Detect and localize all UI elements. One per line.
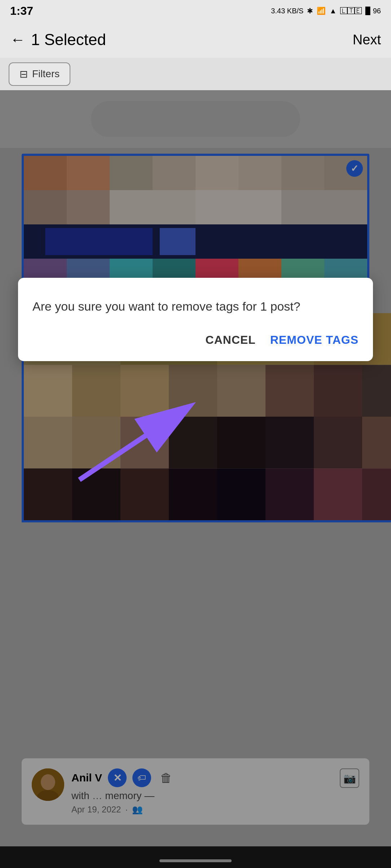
status-icons: 3.43 KB/S ✱ 📶 ▲ 🄻🅃🄴 ▉ 96 xyxy=(271,6,381,15)
filter-bar: ⊟ Filters xyxy=(0,58,391,90)
battery-icon: ▉ 96 xyxy=(365,6,381,15)
bottom-nav-bar xyxy=(0,846,391,868)
cancel-button[interactable]: CANCEL xyxy=(206,333,256,347)
home-indicator[interactable] xyxy=(159,859,232,862)
dialog-buttons: CANCEL REMOVE TAGS xyxy=(32,333,359,347)
remove-tags-button[interactable]: REMOVE TAGS xyxy=(270,333,359,347)
nav-left: ← 1 Selected xyxy=(10,31,106,49)
dim-overlay xyxy=(0,90,391,868)
status-bar: 1:37 3.43 KB/S ✱ 📶 ▲ 🄻🅃🄴 ▉ 96 xyxy=(0,0,391,22)
next-button[interactable]: Next xyxy=(353,32,381,48)
dialog-message: Are you sure you want to remove tags for… xyxy=(32,298,359,315)
content-area: □ Are you sure you want to remove tags f… xyxy=(0,90,391,868)
nav-bar: ← 1 Selected Next xyxy=(0,22,391,58)
status-time: 1:37 xyxy=(10,4,33,18)
filter-label: Filters xyxy=(32,68,60,80)
signal-icon: 📶 xyxy=(317,6,326,15)
confirm-dialog: Are you sure you want to remove tags for… xyxy=(18,278,373,361)
page-title: 1 Selected xyxy=(31,31,106,49)
data-speed: 3.43 KB/S xyxy=(271,7,303,15)
bluetooth-icon: ✱ xyxy=(307,6,313,15)
filter-icon: ⊟ xyxy=(19,68,28,80)
lte-icon: 🄻🅃🄴 xyxy=(340,7,362,15)
back-button[interactable]: ← xyxy=(10,31,25,48)
filter-button[interactable]: ⊟ Filters xyxy=(9,62,70,86)
wifi-icon: ▲ xyxy=(329,7,337,15)
